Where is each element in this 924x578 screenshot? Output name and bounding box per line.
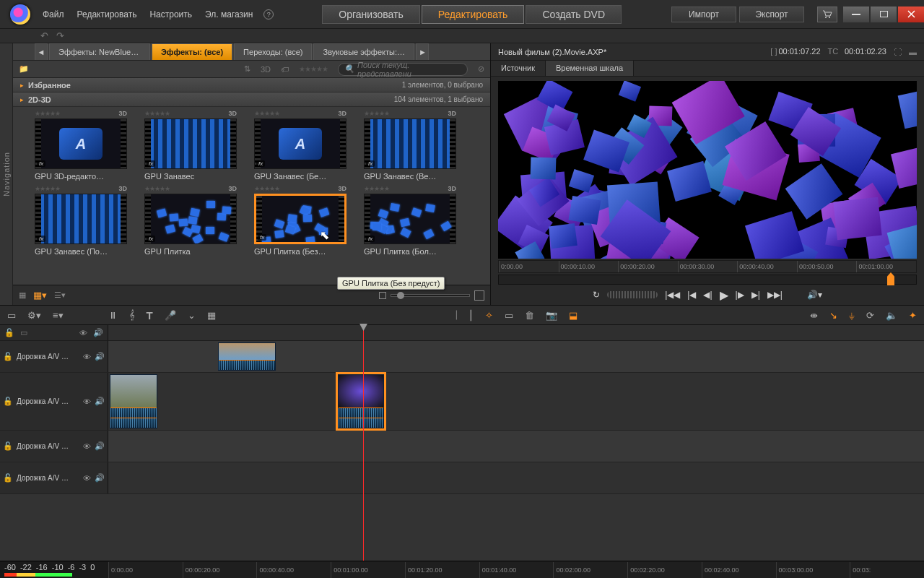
cart-icon[interactable] [817, 7, 837, 22]
storyboard-icon[interactable]: ▭ [7, 310, 16, 321]
next-clip-icon[interactable]: ▶| [751, 290, 760, 300]
gear-icon[interactable]: ⚙▾ [27, 310, 41, 321]
lock-icon[interactable]: 🔓 [3, 441, 13, 451]
step-fwd-icon[interactable]: |▶ [736, 290, 744, 300]
lib-tab-transitions[interactable]: Переходы: (все) [234, 43, 312, 60]
expand-icon[interactable]: ⛶ [894, 48, 902, 56]
sort-icon[interactable]: ⇅ [244, 64, 250, 74]
help-icon[interactable]: ? [263, 9, 274, 20]
menu-edit[interactable]: Редактировать [71, 0, 144, 29]
clip-selected[interactable] [338, 374, 384, 428]
title-icon[interactable]: T [147, 309, 153, 322]
magnet-icon[interactable]: ⏚ [849, 310, 855, 321]
speaker-icon[interactable]: 🔊 [95, 441, 105, 451]
view-list-icon[interactable]: ☰▾ [54, 290, 66, 300]
thumb-zoom[interactable] [379, 290, 484, 301]
score-icon[interactable]: 𝄞 [129, 309, 135, 321]
split-icon[interactable]: ⎮ [468, 310, 474, 321]
lib-tab-1[interactable]: Эффекты: NewBlue Vide… [49, 43, 150, 60]
export-button[interactable]: Экспорт [739, 7, 804, 22]
clip[interactable] [110, 374, 157, 428]
effect-thumb[interactable]: ★★★★★3D fx GPU Плитка (Бол… [364, 185, 456, 256]
effect-thumb[interactable]: ★★★★★3D fx GPU Занавес [144, 110, 237, 181]
play-icon[interactable]: ▶ [720, 288, 728, 302]
volume-icon[interactable]: 🔊▾ [807, 290, 822, 300]
eye-icon[interactable]: 👁 [83, 474, 91, 483]
lib-tab-sfx[interactable]: Звуковые эффекты: (в [313, 43, 414, 60]
global-eye-icon[interactable]: 👁 [79, 329, 87, 337]
effect-thumb[interactable]: ★★★★★3D fx GPU Занавес (Ве… [364, 110, 456, 181]
audio-scrub-icon[interactable]: 🔈 [886, 310, 897, 321]
speaker-icon[interactable]: 🔊 [95, 397, 105, 406]
eye-icon[interactable]: 👁 [83, 353, 91, 361]
preview-ruler[interactable]: 0:00.0000:00:10.0000:00:20.0000:00:30.00… [498, 260, 917, 273]
tab-scroll-right[interactable]: ► [416, 43, 429, 60]
nav-strip[interactable]: Navigation [0, 43, 13, 305]
lock-icon[interactable]: 🔓 [3, 397, 13, 406]
voiceover-icon[interactable]: 🎤 [165, 310, 176, 321]
window-maximize[interactable] [871, 7, 897, 22]
clear-search-icon[interactable]: ⊘ [478, 64, 484, 74]
section-2d3d[interactable]: ▸ 2D-3D 104 элементов, 1 выбрано [13, 92, 490, 107]
global-lock-icon[interactable]: 🔓 [4, 328, 14, 337]
lib-tab-effects-all[interactable]: Эффекты: (все) [152, 43, 232, 60]
prev-clip-icon[interactable]: |◀ [687, 290, 696, 300]
clip[interactable] [218, 342, 276, 371]
preview-scrubber[interactable] [498, 275, 917, 285]
go-start-icon[interactable]: |◀◀ [665, 290, 680, 300]
search-input[interactable]: 🔍 Поиск текущ. представлени [338, 63, 468, 76]
collapse-icon[interactable]: ▭ [20, 328, 27, 337]
timeline-playhead[interactable] [363, 325, 364, 561]
undo-icon[interactable]: ↶ [40, 30, 52, 42]
tab-organize[interactable]: Организовать [322, 5, 419, 24]
trim-icon[interactable]: ✧ [485, 310, 493, 321]
window-minimize[interactable] [843, 7, 869, 22]
speaker-icon[interactable]: 🔊 [95, 473, 105, 483]
marker-icon[interactable]: ⌄ [188, 310, 196, 321]
effect-thumb[interactable]: ★★★★★3D Afx GPU 3D-редакто… [35, 110, 127, 181]
insert-mode-icon[interactable]: ↘ [829, 310, 837, 321]
timeline-ruler[interactable] [108, 325, 924, 340]
view-scenes-icon[interactable]: ▦ [19, 290, 26, 300]
eye-icon[interactable]: 👁 [83, 397, 91, 406]
wand-icon[interactable]: ✦ [909, 310, 917, 321]
multicam-icon[interactable]: ▦ [207, 310, 216, 321]
go-end-icon[interactable]: ▶▶| [767, 290, 783, 300]
sync-icon[interactable]: ⟳ [866, 310, 874, 321]
link-icon[interactable]: ⇼ [810, 310, 818, 321]
redo-icon[interactable]: ↷ [56, 30, 68, 42]
folder-icon[interactable]: 📁 [19, 64, 29, 74]
preview-viewport[interactable] [498, 81, 917, 259]
playhead-marker[interactable] [887, 272, 894, 285]
window-close[interactable] [898, 7, 924, 22]
section-favorites[interactable]: ▸ Избранное 1 элементов, 0 выбрано [13, 78, 490, 92]
battery-icon[interactable]: ▬ [909, 48, 917, 56]
track-lane[interactable] [108, 431, 924, 462]
menu-store[interactable]: Эл. магазин [199, 0, 259, 29]
tab-edit[interactable]: Редактировать [422, 5, 525, 24]
badge-3d-filter[interactable]: 3D [261, 65, 271, 74]
trash-icon[interactable]: 🗑 [525, 310, 534, 321]
eye-icon[interactable]: 👁 [83, 442, 91, 451]
global-speaker-icon[interactable]: 🔊 [93, 328, 103, 337]
effect-thumb[interactable]: ★★★★★3D fx GPU Плитка [144, 185, 237, 256]
rating-filter[interactable]: ★★★★★ [299, 65, 328, 73]
menu-setup[interactable]: Настроить [143, 0, 199, 29]
effect-thumb[interactable]: ★★★★★3D fx GPU Плитка (Без… [254, 185, 346, 256]
jog-wheel[interactable] [607, 291, 658, 298]
snapshot-icon[interactable]: 📷 [546, 310, 557, 321]
lock-icon[interactable]: 🔓 [3, 473, 13, 483]
menu-file[interactable]: Файл [36, 0, 71, 29]
tab-scroll-left[interactable]: ◄ [35, 43, 48, 60]
tag-icon[interactable]: 🏷 [281, 65, 289, 74]
import-button[interactable]: Импорт [671, 7, 736, 22]
track-lane[interactable] [108, 341, 924, 372]
tool-icon[interactable]: ≡▾ [53, 310, 64, 321]
preview-tab-source[interactable]: Источник [491, 61, 546, 76]
step-back-icon[interactable]: ◀| [703, 290, 712, 300]
track-lane[interactable] [108, 373, 924, 430]
lock-icon[interactable]: 🔓 [3, 352, 13, 361]
track-lane[interactable] [108, 462, 924, 493]
preview-tab-timeline[interactable]: Временная шкала [546, 61, 634, 76]
effect-thumb[interactable]: ★★★★★3D Afx GPU Занавес (Бе… [254, 110, 346, 181]
